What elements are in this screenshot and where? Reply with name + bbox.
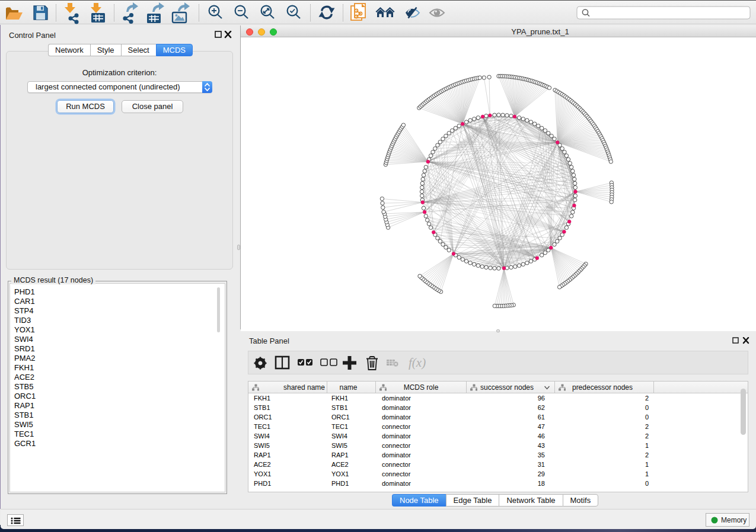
svg-text:f(x): f(x): [409, 355, 426, 370]
